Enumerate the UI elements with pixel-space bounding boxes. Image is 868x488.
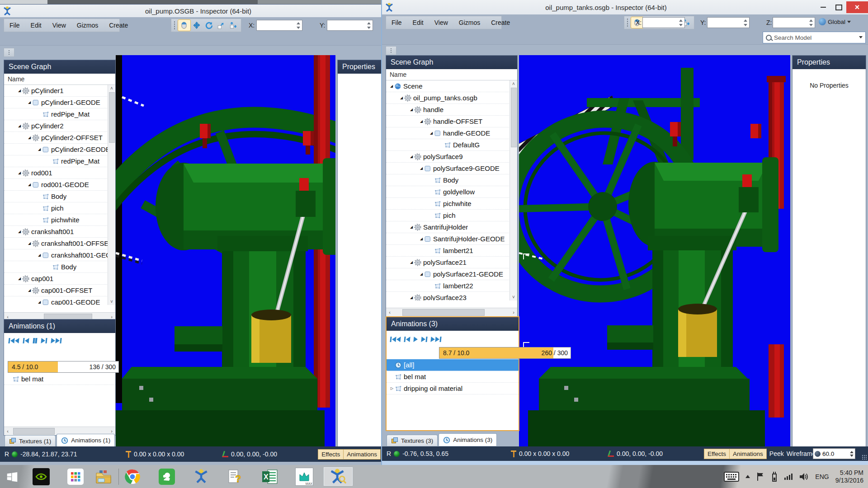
titlebar[interactable]: oil_pump_tanks.osgb - Inspector (64-bit)… (382, 0, 868, 15)
scroll-up-arrow[interactable]: ˄ (510, 81, 517, 86)
tab-animations[interactable]: Animations (1) (57, 434, 115, 446)
scrollbar-thumb[interactable] (109, 92, 115, 143)
global-space-dropdown[interactable]: Global (819, 18, 851, 25)
toolbar-grip[interactable] (174, 21, 176, 30)
resize-grip[interactable] (862, 455, 867, 460)
properties-header[interactable]: Properties (338, 60, 382, 74)
language-indicator[interactable]: ENG (815, 473, 829, 480)
maximize-button[interactable] (831, 1, 846, 13)
titlebar[interactable]: oil_pump.OSGB - Inspector (64-bit) (0, 5, 382, 18)
vertical-scrollbar[interactable]: ˄ ˅ (509, 80, 517, 300)
horizontal-scrollbar[interactable]: ‹ › (386, 308, 517, 316)
expanded-arrow-icon[interactable]: ◢ (419, 119, 424, 123)
tree-row[interactable]: ◢handle (386, 104, 510, 116)
tree-row[interactable]: ▷dripping oil material (387, 383, 519, 394)
tree-row[interactable]: ◢cap001-GEODE (4, 296, 108, 305)
tree-row[interactable]: ◢pCylinder1-GEODE (4, 97, 108, 108)
tree-row[interactable]: pichwhite (4, 214, 108, 226)
tree-row[interactable]: ◢SantrifujHolder-GEODE (386, 233, 510, 245)
menu-file[interactable]: File (4, 22, 25, 29)
touch-keyboard-icon[interactable] (724, 472, 739, 482)
toolbar-grip[interactable] (627, 18, 629, 27)
tree-row[interactable]: ◢crankshaft001 (4, 226, 108, 238)
skip-to-start-button[interactable] (390, 336, 401, 343)
network-signal-icon[interactable] (784, 474, 793, 480)
expanded-arrow-icon[interactable]: ◢ (409, 260, 414, 264)
expanded-arrow-icon[interactable]: ◢ (37, 147, 42, 151)
tab-textures[interactable]: Textures (3) (387, 435, 438, 446)
pause-button[interactable] (33, 338, 37, 344)
scene-graph-header[interactable]: Scene Graph (386, 56, 517, 69)
expanded-arrow-icon[interactable]: ◢ (37, 300, 42, 304)
tree-row[interactable]: DefaultG (386, 139, 510, 151)
y-coordinate-input[interactable] (327, 20, 373, 31)
tree-row[interactable]: ◢cap001 (4, 273, 108, 285)
tree-row[interactable]: ◢pCylinder1 (4, 85, 108, 97)
tree-row[interactable]: Body (386, 174, 510, 186)
show-hidden-icons-button[interactable] (745, 475, 750, 478)
animations-header[interactable]: Animations (3) (387, 317, 519, 331)
search-model-combobox[interactable]: Search Model (763, 32, 866, 43)
expanded-arrow-icon[interactable]: ◢ (27, 288, 32, 292)
tree-row[interactable]: ◢Scene (386, 80, 510, 92)
menu-view[interactable]: View (47, 22, 71, 29)
tree-row[interactable]: ◢cap001-OFFSET (4, 285, 108, 296)
scale-tool[interactable] (215, 20, 227, 31)
effects-button[interactable]: Effects (704, 449, 730, 459)
column-header-name[interactable]: Name (386, 69, 517, 80)
dropdown-arrow-icon[interactable] (859, 36, 863, 38)
skip-to-start-button[interactable] (8, 338, 19, 344)
step-forward-button[interactable] (421, 336, 427, 343)
tree-row[interactable]: redPipe_Mat (4, 108, 108, 120)
expanded-arrow-icon[interactable]: ◢ (27, 183, 32, 187)
tree-row[interactable]: ◢SantrifujHolder (386, 221, 510, 233)
taskbar-icon-file-explorer[interactable] (94, 467, 113, 486)
rotate-tool[interactable] (203, 20, 215, 31)
wireframe-button[interactable]: Wireframe (787, 450, 816, 457)
expanded-arrow-icon[interactable]: ◢ (17, 171, 22, 175)
expanded-arrow-icon[interactable]: ◢ (409, 296, 414, 300)
expanded-arrow-icon[interactable]: ◢ (409, 155, 414, 159)
taskbar-icon-excel[interactable]: X (260, 467, 279, 486)
dock-grip[interactable] (4, 48, 14, 57)
tab-textures[interactable]: Textures (1) (5, 435, 56, 446)
scroll-right-arrow[interactable]: › (108, 428, 115, 434)
action-center-flag-icon[interactable] (756, 472, 764, 482)
tree-row[interactable]: ◢rod001-GEODE (4, 179, 108, 191)
fov-spinner[interactable]: 60.0 (813, 448, 855, 459)
expanded-arrow-icon[interactable]: ◢ (17, 277, 22, 281)
taskbar-icon-help-doc[interactable]: ? (225, 467, 244, 486)
tab-animations[interactable]: Animations (3) (439, 433, 497, 446)
tree-row[interactable]: bel mat (4, 373, 115, 385)
play-button[interactable] (413, 336, 418, 343)
scene-graph-header[interactable]: Scene Graph (4, 60, 115, 74)
expanded-arrow-icon[interactable]: ◢ (27, 241, 32, 245)
close-button[interactable]: × (846, 1, 868, 13)
effects-button[interactable]: Effects (318, 450, 344, 459)
menu-edit[interactable]: Edit (25, 22, 47, 29)
expanded-arrow-icon[interactable]: ◢ (399, 96, 404, 100)
menu-gizmos[interactable]: Gizmos (71, 22, 104, 29)
tree-row[interactable]: ◢handle-GEODE (386, 127, 510, 139)
tree-row[interactable]: Body (4, 191, 108, 202)
tree-row[interactable]: ◢crankshaft001-GEODE (4, 249, 108, 261)
tree-row[interactable]: pichwhite (386, 198, 510, 210)
animations-button[interactable]: Animations (344, 450, 380, 459)
scrollbar-thumb[interactable] (13, 428, 55, 435)
tree-row[interactable]: lambert22 (386, 280, 510, 292)
scroll-left-arrow[interactable]: ‹ (386, 310, 393, 315)
animations-button[interactable]: Animations (730, 449, 766, 459)
x-coordinate-input[interactable] (256, 20, 302, 31)
animation-progress-bar[interactable]: 8.7 / 10.0 260 / 300 (439, 347, 571, 359)
expanded-arrow-icon[interactable]: ◢ (27, 136, 32, 140)
tree-row[interactable]: ◢polySurface21 (386, 257, 510, 268)
tree-row[interactable]: ◢pCylinder2-GEODE (4, 144, 108, 155)
menu-edit[interactable]: Edit (407, 19, 429, 26)
taskbar-icon-nvidia[interactable] (32, 467, 51, 486)
step-back-button[interactable] (23, 338, 29, 344)
scroll-left-arrow[interactable]: ‹ (4, 428, 11, 434)
menu-gizmos[interactable]: Gizmos (453, 19, 486, 26)
tree-row[interactable]: pich (386, 210, 510, 221)
x-coordinate-input[interactable] (642, 17, 685, 28)
place-tool[interactable] (227, 20, 239, 31)
